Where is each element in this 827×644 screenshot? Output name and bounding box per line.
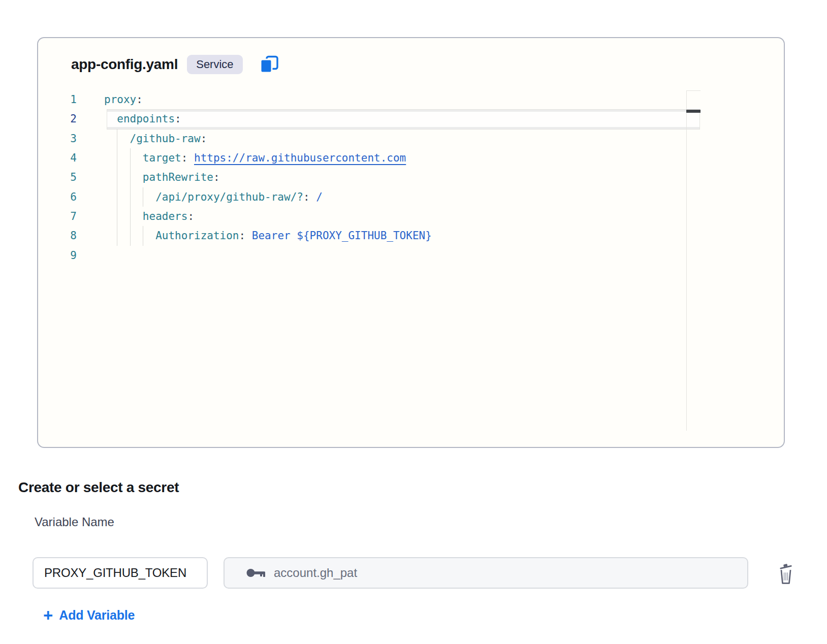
code-token: : xyxy=(303,191,316,203)
variable-name-input[interactable] xyxy=(33,557,208,589)
code-token: : xyxy=(213,171,220,183)
code-token: Bearer ${PROXY_GITHUB_TOKEN} xyxy=(252,230,432,242)
code-line[interactable]: 5 pathRewrite: xyxy=(38,168,784,187)
code-token: /github-raw xyxy=(104,133,201,145)
code-token: endpoints xyxy=(104,113,175,125)
code-text: /github-raw: xyxy=(104,129,207,148)
code-line[interactable]: 4 target: https://raw.githubusercontent.… xyxy=(38,148,784,168)
plus-icon: + xyxy=(43,607,53,624)
code-token: /api/proxy/github-raw/? xyxy=(104,191,303,203)
trash-icon xyxy=(777,562,794,586)
line-number: 9 xyxy=(61,246,77,265)
line-number: 1 xyxy=(61,90,77,109)
code-editor[interactable]: 1proxy:2 endpoints:3 /github-raw:4 targe… xyxy=(38,90,784,440)
code-text: headers: xyxy=(104,207,194,226)
code-token: : xyxy=(181,152,194,164)
code-line[interactable]: 6 /api/proxy/github-raw/?: / xyxy=(38,187,784,207)
copy-icon xyxy=(260,55,279,74)
code-token: headers xyxy=(104,210,187,222)
code-text: Authorization: Bearer ${PROXY_GITHUB_TOK… xyxy=(104,226,432,245)
line-number: 6 xyxy=(61,187,77,207)
card-header: app-config.yaml Service xyxy=(71,55,279,74)
code-token: pathRewrite xyxy=(104,171,213,183)
section-heading: Create or select a secret xyxy=(18,479,179,496)
delete-variable-button[interactable] xyxy=(776,561,796,587)
line-number: 4 xyxy=(61,148,77,168)
code-token: : xyxy=(239,230,252,242)
variable-name-label: Variable Name xyxy=(35,515,114,529)
code-token: : xyxy=(187,210,194,222)
add-variable-button[interactable]: + Add Variable xyxy=(43,607,135,624)
code-token: Authorization xyxy=(104,230,239,242)
code-text: pathRewrite: xyxy=(104,168,220,187)
code-token: proxy xyxy=(104,93,136,106)
line-number: 2 xyxy=(61,109,77,128)
code-editor-card: app-config.yaml Service 1proxy:2 endpoin… xyxy=(37,37,785,448)
code-text: proxy: xyxy=(104,90,143,109)
code-link[interactable]: https://raw.githubusercontent.com xyxy=(194,152,406,164)
code-token: : xyxy=(136,93,143,106)
code-token: : xyxy=(175,113,181,125)
code-line[interactable]: 2 endpoints: xyxy=(38,109,784,128)
line-number: 7 xyxy=(61,207,77,226)
line-number: 3 xyxy=(61,129,77,148)
code-token: / xyxy=(316,191,323,203)
service-badge: Service xyxy=(187,55,242,74)
code-line[interactable]: 7 headers: xyxy=(38,207,784,226)
code-text: /api/proxy/github-raw/?: / xyxy=(104,187,323,207)
key-icon xyxy=(246,567,267,578)
copy-button[interactable] xyxy=(259,55,279,74)
code-line[interactable]: 1proxy: xyxy=(38,90,784,109)
line-number: 8 xyxy=(61,226,77,245)
file-title: app-config.yaml xyxy=(71,56,178,73)
secret-selector-value: account.gh_pat xyxy=(274,566,357,580)
line-number: 5 xyxy=(61,168,77,187)
code-line[interactable]: 8 Authorization: Bearer ${PROXY_GITHUB_T… xyxy=(38,226,784,245)
add-variable-label: Add Variable xyxy=(59,608,135,623)
code-line[interactable]: 9 xyxy=(38,246,784,265)
code-text: target: https://raw.githubusercontent.co… xyxy=(104,148,406,168)
code-text: endpoints: xyxy=(104,109,181,128)
code-line[interactable]: 3 /github-raw: xyxy=(38,129,784,148)
code-token: target xyxy=(104,152,181,164)
secret-selector[interactable]: account.gh_pat xyxy=(224,557,748,589)
code-token: : xyxy=(201,133,207,145)
